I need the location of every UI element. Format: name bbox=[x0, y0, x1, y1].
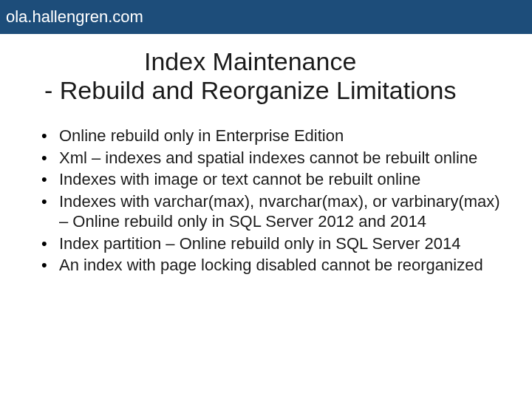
list-item: Indexes with image or text cannot be reb… bbox=[37, 169, 502, 190]
list-item: Online rebuild only in Enterprise Editio… bbox=[37, 126, 502, 146]
slide-content: Index Maintenance - Rebuild and Reorgani… bbox=[0, 34, 532, 276]
header-bar: ola.hallengren.com bbox=[0, 0, 532, 34]
slide-title: Index Maintenance - Rebuild and Reorgani… bbox=[44, 47, 502, 105]
list-item: Index partition – Online rebuild only in… bbox=[37, 233, 502, 254]
list-item: Indexes with varchar(max), nvarchar(max)… bbox=[37, 191, 502, 232]
title-line-2: - Rebuild and Reorganize Limitations bbox=[44, 76, 502, 105]
bullet-list: Online rebuild only in Enterprise Editio… bbox=[30, 126, 502, 276]
list-item: Xml – indexes and spatial indexes cannot… bbox=[37, 148, 502, 168]
title-line-1: Index Maintenance bbox=[144, 47, 502, 76]
list-item: An index with page locking disabled cann… bbox=[37, 255, 502, 276]
site-title: ola.hallengren.com bbox=[6, 7, 143, 27]
